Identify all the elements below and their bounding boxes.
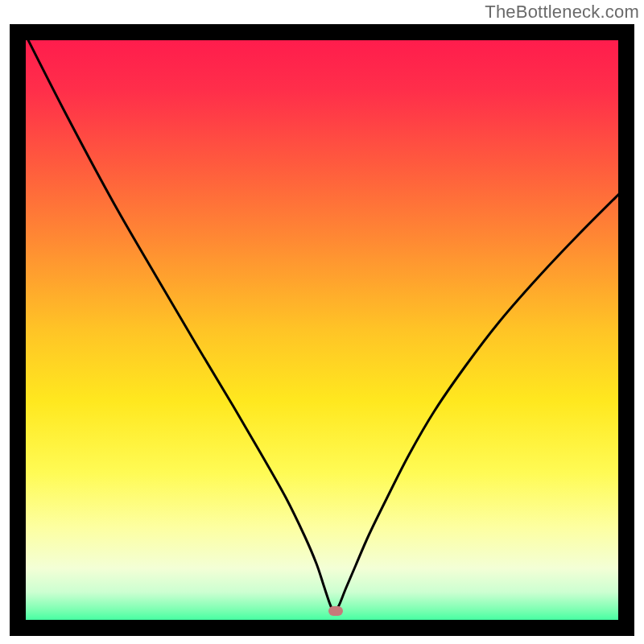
cusp-marker <box>328 606 343 616</box>
watermark-text: TheBottleneck.com <box>485 2 639 23</box>
gradient-background <box>18 32 626 628</box>
chart-frame <box>10 24 634 636</box>
chart-svg <box>10 24 634 636</box>
